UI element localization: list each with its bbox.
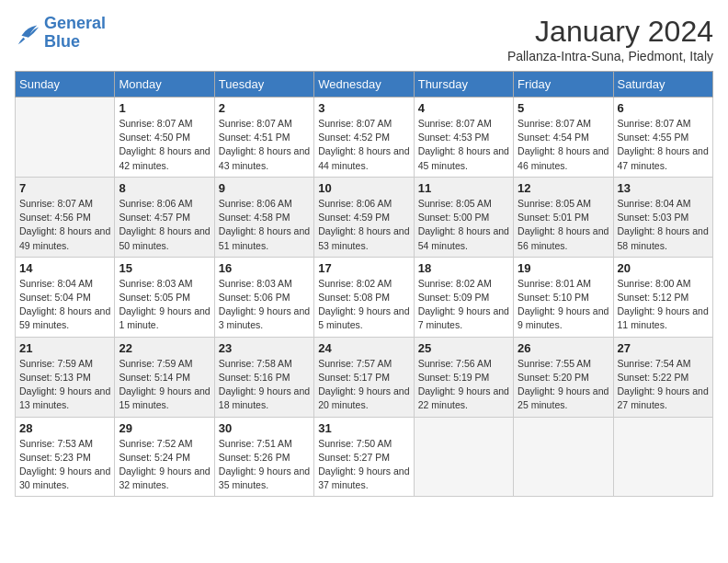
table-row: 30Sunrise: 7:51 AM Sunset: 5:26 PM Dayli… bbox=[214, 417, 313, 497]
day-info: Sunrise: 7:52 AM Sunset: 5:24 PM Dayligh… bbox=[119, 437, 210, 493]
table-row: 24Sunrise: 7:57 AM Sunset: 5:17 PM Dayli… bbox=[314, 337, 414, 417]
day-number: 15 bbox=[119, 261, 210, 275]
day-number: 7 bbox=[19, 181, 110, 195]
day-number: 12 bbox=[518, 181, 609, 195]
day-number: 20 bbox=[618, 261, 709, 275]
col-thursday: Thursday bbox=[414, 72, 513, 98]
table-row: 29Sunrise: 7:52 AM Sunset: 5:24 PM Dayli… bbox=[115, 417, 214, 497]
day-info: Sunrise: 8:07 AM Sunset: 4:50 PM Dayligh… bbox=[119, 117, 210, 173]
day-info: Sunrise: 8:00 AM Sunset: 5:12 PM Dayligh… bbox=[618, 277, 709, 333]
day-info: Sunrise: 8:05 AM Sunset: 5:01 PM Dayligh… bbox=[518, 197, 609, 253]
calendar-week-row: 21Sunrise: 7:59 AM Sunset: 5:13 PM Dayli… bbox=[16, 337, 713, 417]
day-number: 14 bbox=[19, 261, 110, 275]
table-row: 12Sunrise: 8:05 AM Sunset: 5:01 PM Dayli… bbox=[514, 177, 613, 257]
day-number: 23 bbox=[219, 341, 310, 355]
table-row: 18Sunrise: 8:02 AM Sunset: 5:09 PM Dayli… bbox=[414, 257, 513, 337]
day-number: 25 bbox=[418, 341, 509, 355]
logo: GeneralBlue bbox=[15, 15, 106, 52]
logo-icon bbox=[15, 20, 40, 46]
day-number: 10 bbox=[318, 181, 409, 195]
col-saturday: Saturday bbox=[613, 72, 712, 98]
day-info: Sunrise: 8:06 AM Sunset: 4:58 PM Dayligh… bbox=[219, 197, 310, 253]
day-number: 18 bbox=[418, 261, 509, 275]
day-info: Sunrise: 8:07 AM Sunset: 4:52 PM Dayligh… bbox=[318, 117, 409, 173]
day-info: Sunrise: 8:04 AM Sunset: 5:03 PM Dayligh… bbox=[618, 197, 709, 253]
table-row bbox=[16, 98, 115, 178]
day-info: Sunrise: 8:07 AM Sunset: 4:51 PM Dayligh… bbox=[219, 117, 310, 173]
table-row: 13Sunrise: 8:04 AM Sunset: 5:03 PM Dayli… bbox=[613, 177, 712, 257]
col-friday: Friday bbox=[514, 72, 613, 98]
table-row: 28Sunrise: 7:53 AM Sunset: 5:23 PM Dayli… bbox=[16, 417, 115, 497]
table-row bbox=[414, 417, 513, 497]
day-number: 21 bbox=[19, 341, 110, 355]
day-info: Sunrise: 7:54 AM Sunset: 5:22 PM Dayligh… bbox=[618, 357, 709, 413]
day-number: 1 bbox=[119, 101, 210, 115]
table-row: 5Sunrise: 8:07 AM Sunset: 4:54 PM Daylig… bbox=[514, 98, 613, 178]
day-info: Sunrise: 7:50 AM Sunset: 5:27 PM Dayligh… bbox=[318, 437, 409, 493]
day-info: Sunrise: 8:06 AM Sunset: 4:57 PM Dayligh… bbox=[119, 197, 210, 253]
day-info: Sunrise: 7:53 AM Sunset: 5:23 PM Dayligh… bbox=[19, 437, 110, 493]
table-row: 26Sunrise: 7:55 AM Sunset: 5:20 PM Dayli… bbox=[514, 337, 613, 417]
day-number: 2 bbox=[219, 101, 310, 115]
table-row: 21Sunrise: 7:59 AM Sunset: 5:13 PM Dayli… bbox=[16, 337, 115, 417]
day-number: 6 bbox=[618, 101, 709, 115]
table-row: 20Sunrise: 8:00 AM Sunset: 5:12 PM Dayli… bbox=[613, 257, 712, 337]
location-subtitle: Pallanza-Intra-Suna, Piedmont, Italy bbox=[507, 49, 713, 63]
day-info: Sunrise: 7:55 AM Sunset: 5:20 PM Dayligh… bbox=[518, 357, 609, 413]
logo-text: GeneralBlue bbox=[44, 15, 106, 52]
table-row: 10Sunrise: 8:06 AM Sunset: 4:59 PM Dayli… bbox=[314, 177, 414, 257]
table-row: 23Sunrise: 7:58 AM Sunset: 5:16 PM Dayli… bbox=[214, 337, 313, 417]
table-row: 3Sunrise: 8:07 AM Sunset: 4:52 PM Daylig… bbox=[314, 98, 414, 178]
calendar-week-row: 14Sunrise: 8:04 AM Sunset: 5:04 PM Dayli… bbox=[16, 257, 713, 337]
day-number: 28 bbox=[19, 421, 110, 435]
day-number: 9 bbox=[219, 181, 310, 195]
table-row: 16Sunrise: 8:03 AM Sunset: 5:06 PM Dayli… bbox=[214, 257, 313, 337]
day-number: 19 bbox=[518, 261, 609, 275]
calendar-header-row: Sunday Monday Tuesday Wednesday Thursday… bbox=[16, 72, 713, 98]
table-row: 7Sunrise: 8:07 AM Sunset: 4:56 PM Daylig… bbox=[16, 177, 115, 257]
day-number: 29 bbox=[119, 421, 210, 435]
day-info: Sunrise: 8:07 AM Sunset: 4:55 PM Dayligh… bbox=[618, 117, 709, 173]
day-number: 5 bbox=[518, 101, 609, 115]
day-info: Sunrise: 8:04 AM Sunset: 5:04 PM Dayligh… bbox=[19, 277, 110, 333]
calendar-week-row: 1Sunrise: 8:07 AM Sunset: 4:50 PM Daylig… bbox=[16, 98, 713, 178]
table-row bbox=[613, 417, 712, 497]
day-info: Sunrise: 7:59 AM Sunset: 5:14 PM Dayligh… bbox=[119, 357, 210, 413]
day-info: Sunrise: 7:57 AM Sunset: 5:17 PM Dayligh… bbox=[318, 357, 409, 413]
month-title: January 2024 bbox=[507, 15, 713, 49]
col-sunday: Sunday bbox=[16, 72, 115, 98]
table-row: 6Sunrise: 8:07 AM Sunset: 4:55 PM Daylig… bbox=[613, 98, 712, 178]
table-row: 22Sunrise: 7:59 AM Sunset: 5:14 PM Dayli… bbox=[115, 337, 214, 417]
col-monday: Monday bbox=[115, 72, 214, 98]
day-number: 22 bbox=[119, 341, 210, 355]
col-wednesday: Wednesday bbox=[314, 72, 414, 98]
day-info: Sunrise: 8:02 AM Sunset: 5:09 PM Dayligh… bbox=[418, 277, 509, 333]
table-row: 31Sunrise: 7:50 AM Sunset: 5:27 PM Dayli… bbox=[314, 417, 414, 497]
day-number: 26 bbox=[518, 341, 609, 355]
day-number: 13 bbox=[618, 181, 709, 195]
day-number: 8 bbox=[119, 181, 210, 195]
day-number: 24 bbox=[318, 341, 409, 355]
table-row bbox=[514, 417, 613, 497]
title-area: January 2024 Pallanza-Intra-Suna, Piedmo… bbox=[507, 15, 713, 63]
day-info: Sunrise: 8:07 AM Sunset: 4:56 PM Dayligh… bbox=[19, 197, 110, 253]
day-info: Sunrise: 8:05 AM Sunset: 5:00 PM Dayligh… bbox=[418, 197, 509, 253]
table-row: 1Sunrise: 8:07 AM Sunset: 4:50 PM Daylig… bbox=[115, 98, 214, 178]
day-number: 31 bbox=[318, 421, 409, 435]
table-row: 8Sunrise: 8:06 AM Sunset: 4:57 PM Daylig… bbox=[115, 177, 214, 257]
page-header: GeneralBlue January 2024 Pallanza-Intra-… bbox=[15, 15, 713, 63]
table-row: 14Sunrise: 8:04 AM Sunset: 5:04 PM Dayli… bbox=[16, 257, 115, 337]
table-row: 9Sunrise: 8:06 AM Sunset: 4:58 PM Daylig… bbox=[214, 177, 313, 257]
day-info: Sunrise: 8:07 AM Sunset: 4:53 PM Dayligh… bbox=[418, 117, 509, 173]
table-row: 17Sunrise: 8:02 AM Sunset: 5:08 PM Dayli… bbox=[314, 257, 414, 337]
col-tuesday: Tuesday bbox=[214, 72, 313, 98]
calendar-week-row: 7Sunrise: 8:07 AM Sunset: 4:56 PM Daylig… bbox=[16, 177, 713, 257]
day-info: Sunrise: 8:07 AM Sunset: 4:54 PM Dayligh… bbox=[518, 117, 609, 173]
table-row: 19Sunrise: 8:01 AM Sunset: 5:10 PM Dayli… bbox=[514, 257, 613, 337]
table-row: 2Sunrise: 8:07 AM Sunset: 4:51 PM Daylig… bbox=[214, 98, 313, 178]
table-row: 27Sunrise: 7:54 AM Sunset: 5:22 PM Dayli… bbox=[613, 337, 712, 417]
day-info: Sunrise: 7:56 AM Sunset: 5:19 PM Dayligh… bbox=[418, 357, 509, 413]
day-info: Sunrise: 7:59 AM Sunset: 5:13 PM Dayligh… bbox=[19, 357, 110, 413]
table-row: 25Sunrise: 7:56 AM Sunset: 5:19 PM Dayli… bbox=[414, 337, 513, 417]
table-row: 15Sunrise: 8:03 AM Sunset: 5:05 PM Dayli… bbox=[115, 257, 214, 337]
